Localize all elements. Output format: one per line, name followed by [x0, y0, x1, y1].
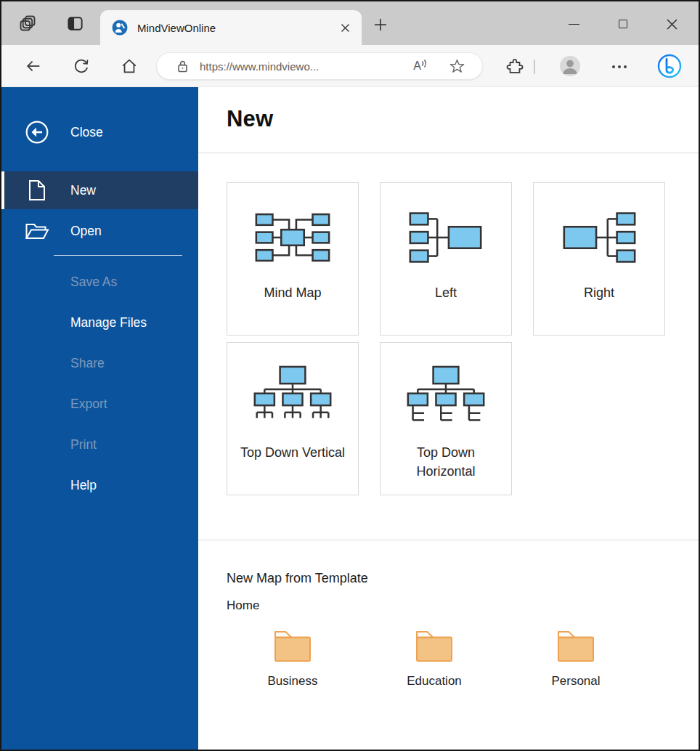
sidebar-item-label: Open: [70, 224, 102, 239]
mindview-logo-icon: [112, 20, 128, 36]
sidebar-item-label: New: [70, 183, 96, 198]
refresh-icon[interactable]: [72, 57, 91, 76]
bing-chat-icon[interactable]: [657, 54, 682, 78]
template-group-label: Home: [227, 598, 259, 613]
template-card-top-down-horizontal[interactable]: Top Down Horizontal: [380, 342, 512, 495]
back-icon[interactable]: [24, 57, 43, 76]
template-card-label: Left: [426, 283, 465, 302]
open-folder-icon: [23, 222, 52, 241]
template-folders: Business Education Personal: [198, 629, 699, 689]
address-bar[interactable]: https://www.mindviewo... A: [156, 52, 483, 80]
new-tab-button[interactable]: [370, 15, 391, 35]
sidebar-item-help[interactable]: Help: [1, 474, 198, 496]
sidebar-item-export: Export: [1, 393, 198, 415]
tab-title: MindViewOnline: [137, 22, 337, 34]
mind-map-diagram-icon: [250, 195, 335, 280]
sidebar-item-share: Share: [1, 352, 198, 374]
folder-label: Business: [268, 674, 318, 689]
browser-tab[interactable]: MindViewOnline: [100, 10, 362, 45]
folder-personal[interactable]: Personal: [532, 629, 619, 689]
template-card-label: Right: [575, 283, 623, 302]
star-icon[interactable]: [449, 59, 465, 74]
vertical-tabs-icon[interactable]: [65, 14, 84, 33]
more-dots-icon[interactable]: [611, 65, 628, 69]
browser-toolbar: https://www.mindviewo... A: [1, 45, 699, 87]
folder-icon: [413, 629, 455, 664]
back-circle-icon: [23, 120, 52, 145]
toolbar-divider: [534, 60, 535, 74]
template-card-mind-map[interactable]: Mind Map: [227, 182, 359, 336]
folder-label: Education: [407, 674, 462, 689]
workspaces-icon[interactable]: [17, 13, 38, 33]
url-text[interactable]: https://www.mindviewo...: [200, 60, 413, 73]
file-menu-sidebar: Close New Open Save As Manage Files Shar…: [1, 87, 198, 750]
template-card-top-down-vertical[interactable]: Top Down Vertical: [227, 342, 359, 495]
window-maximize-button[interactable]: [606, 7, 640, 41]
folder-icon: [555, 629, 597, 664]
top-down-horizontal-diagram-icon: [404, 354, 488, 440]
sidebar-item-new[interactable]: New: [1, 171, 198, 209]
sidebar-item-open[interactable]: Open: [1, 212, 198, 250]
main-content: New Mi: [198, 87, 699, 750]
template-card-right[interactable]: Right: [533, 182, 665, 336]
template-cards: Mind Map Left: [227, 182, 668, 495]
left-diagram-icon: [403, 195, 489, 280]
extensions-puzzle-icon[interactable]: [505, 57, 524, 76]
window-minimize-button[interactable]: [557, 7, 590, 41]
tab-strip: MindViewOnline: [1, 1, 699, 45]
tab-close-icon[interactable]: [337, 20, 353, 36]
template-card-label: Top Down Vertical: [232, 443, 354, 462]
page-title: New: [227, 106, 273, 132]
template-section-title: New Map from Template: [227, 571, 368, 586]
folder-business[interactable]: Business: [249, 629, 336, 689]
document-icon: [23, 179, 52, 201]
top-down-vertical-diagram-icon: [251, 354, 335, 440]
folder-icon: [272, 629, 314, 664]
window-close-button[interactable]: [655, 7, 688, 41]
profile-avatar[interactable]: [559, 55, 581, 77]
right-diagram-icon: [556, 195, 642, 280]
sidebar-item-print: Print: [1, 434, 198, 455]
sidebar-item-save-as: Save As: [1, 271, 198, 293]
heading-divider: [198, 153, 699, 153]
sidebar-divider: [54, 255, 182, 256]
folder-label: Personal: [551, 674, 600, 689]
section-divider: [198, 540, 699, 540]
folder-education[interactable]: Education: [391, 629, 478, 689]
read-aloud-icon[interactable]: A: [413, 60, 428, 73]
sidebar-item-manage-files[interactable]: Manage Files: [1, 312, 198, 333]
sidebar-item-label: Close: [70, 125, 103, 140]
sidebar-item-close[interactable]: Close: [1, 113, 198, 151]
lock-icon[interactable]: [177, 60, 188, 73]
home-icon[interactable]: [120, 57, 139, 76]
template-card-left[interactable]: Left: [380, 182, 512, 336]
template-card-label: Top Down Horizontal: [380, 443, 511, 481]
template-card-label: Mind Map: [255, 283, 330, 302]
